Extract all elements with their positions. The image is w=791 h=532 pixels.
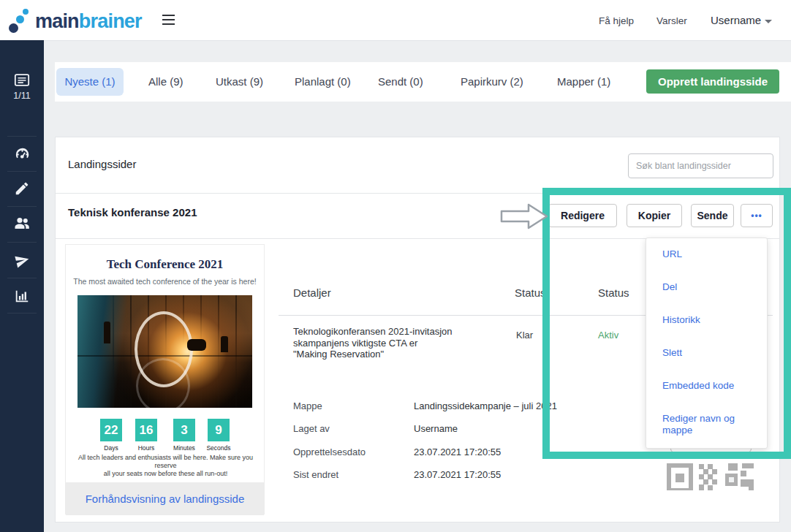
send-icon	[12, 251, 32, 271]
countdown-value-days: 22	[100, 419, 122, 441]
countdown-label-days: Days	[95, 444, 127, 452]
preview-link-strip: Forhåndsvisning av landingsside	[66, 482, 264, 515]
sidebar-item-send[interactable]	[0, 244, 44, 276]
landing-page-photo	[77, 295, 252, 408]
countdown-value-hours: 16	[135, 419, 157, 441]
countdown-label-hours: Hours	[130, 444, 162, 452]
tab-nyeste[interactable]: Nyeste (1)	[56, 68, 124, 96]
menu-item-url[interactable]: URL	[662, 248, 682, 260]
status-column-header-2: Status	[598, 286, 629, 299]
create-landing-page-button[interactable]: Opprett landingsside	[646, 69, 779, 94]
tab-utkast[interactable]: Utkast (9)	[216, 68, 263, 96]
meta-label-created-date: Opprettelsesdato	[293, 446, 366, 457]
tab-sendt[interactable]: Sendt (0)	[378, 68, 423, 96]
meta-value-last-modified: 23.07.2021 17:20:55	[414, 469, 501, 480]
countdown-label-minutes: Minutes	[168, 444, 200, 452]
countdown-label-seconds: Seconds	[203, 444, 235, 452]
edit-icon	[14, 180, 30, 197]
sidebar-item-dashboard[interactable]	[0, 137, 44, 170]
countdown-value-minutes: 3	[173, 419, 195, 441]
app-header: mainbrainer Få hjelp Varsler Username	[0, 0, 791, 41]
help-link[interactable]: Få hjelp	[599, 15, 634, 26]
logo-dots-icon	[7, 4, 35, 39]
details-column-header: Detaljer	[293, 286, 331, 299]
notifications-link[interactable]: Varsler	[656, 15, 687, 26]
preview-title: Tech Conference 2021	[66, 257, 264, 272]
tab-alle[interactable]: Alle (9)	[148, 68, 183, 96]
meta-value-created-date: 23.07.2021 17:20:55	[414, 446, 501, 457]
user-menu[interactable]: Username	[711, 14, 761, 26]
search-input[interactable]	[628, 153, 773, 178]
more-options-button[interactable]: •••	[741, 204, 773, 227]
meta-label-folder: Mappe	[293, 400, 322, 411]
campaign-name: Teknisk konferanse 2021	[68, 206, 197, 218]
menu-item-slett[interactable]: Slett	[662, 347, 682, 359]
status-value-ready: Klar	[516, 330, 533, 341]
mainbrainer-logo[interactable]: mainbrainer	[7, 4, 161, 37]
actions-dropdown: URL Del Historikk Slett Embedded kode Re…	[646, 238, 768, 449]
campaign-description: Teknologikonferansen 2021-invitasjon ska…	[293, 326, 453, 360]
preview-subtitle: The most awaited tech conference of the …	[66, 277, 264, 286]
pages-icon	[14, 73, 30, 87]
menu-item-embedded-kode[interactable]: Embedded kode	[662, 380, 734, 392]
meta-value-folder: Landingssidekampanje – juli 2021	[414, 400, 557, 411]
sidebar-item-stats[interactable]	[0, 280, 44, 312]
tab-planlagt[interactable]: Planlagt (0)	[295, 68, 351, 96]
stats-icon	[14, 288, 30, 304]
sidebar-item-contacts[interactable]	[0, 208, 44, 240]
menu-item-del[interactable]: Del	[662, 281, 677, 293]
caret-down-icon	[765, 20, 772, 23]
qr-code-watermark-icon	[667, 461, 756, 490]
copy-button[interactable]: Kopier	[627, 204, 682, 227]
send-button[interactable]: Sende	[691, 204, 734, 227]
dashboard-icon	[14, 145, 31, 162]
meta-value-created-by: Username	[414, 423, 458, 434]
divider	[56, 193, 779, 194]
tab-mapper[interactable]: Mapper (1)	[557, 68, 610, 96]
meta-label-last-modified: Sist endret	[293, 469, 338, 480]
status-value-active: Aktiv	[598, 330, 618, 341]
sidebar-item-pages[interactable]: 1/11	[0, 73, 44, 104]
preview-link[interactable]: Forhåndsvisning av landingsside	[86, 493, 245, 505]
tabs-bar: Nyeste (1) Alle (9) Utkast (9) Planlagt …	[55, 62, 791, 102]
sidebar-item-edit[interactable]	[0, 172, 44, 205]
preview-card: Tech Conference 2021 The most awaited te…	[65, 244, 265, 514]
menu-item-historikk[interactable]: Historikk	[662, 314, 700, 326]
preview-footer-text: All tech leaders and enthusiasts will be…	[70, 454, 261, 478]
logo-text-brainer: brainer	[79, 10, 142, 32]
status-column-header-1: Status	[515, 286, 546, 299]
meta-label-created-by: Laget av	[293, 423, 330, 434]
edit-button[interactable]: Redigere	[548, 204, 617, 227]
menu-item-rediger-navn[interactable]: Rediger navn og mappe	[662, 413, 754, 436]
page-title: Landingssider	[68, 158, 136, 170]
logo-text-main: main	[35, 10, 79, 32]
sidebar: 1/11	[0, 40, 44, 532]
tab-papirkurv[interactable]: Papirkurv (2)	[461, 68, 523, 96]
countdown-value-seconds: 9	[208, 419, 230, 441]
logo-text: mainbrainer	[35, 10, 142, 32]
hamburger-icon[interactable]	[162, 15, 175, 25]
page-indicator: 1/11	[0, 91, 44, 101]
contacts-icon	[13, 216, 31, 232]
